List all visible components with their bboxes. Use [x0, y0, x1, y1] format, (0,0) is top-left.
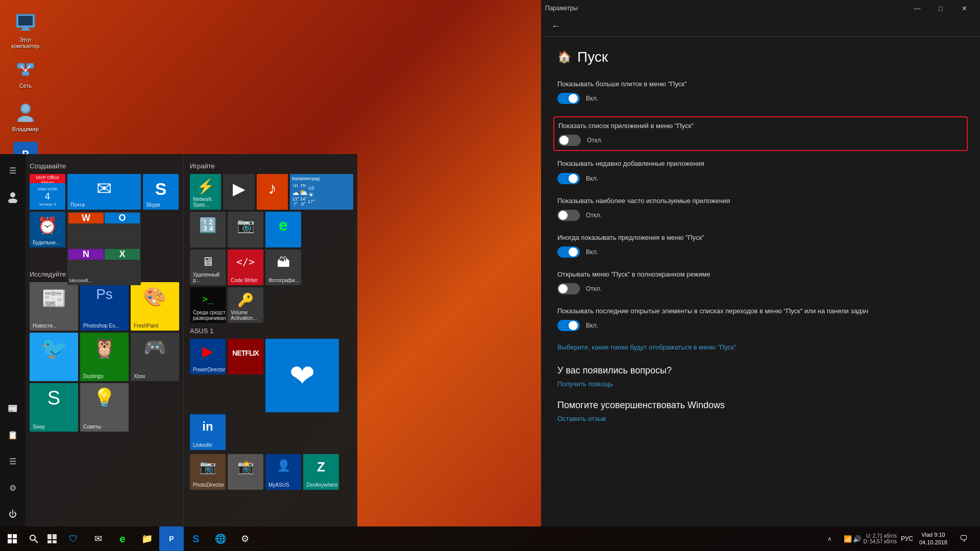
start-menu-left-sidebar: ☰ 📰 📋 ☰ ⚙ ⏻ — [0, 154, 26, 527]
tile-xbox[interactable]: 🎮 Xbox — [131, 333, 179, 381]
tile-cyberlink[interactable]: 📸 — [228, 454, 263, 490]
volume-tray-icon[interactable]: 🔊 — [853, 535, 861, 543]
tile-msoffice-label: Microsoft... — [69, 278, 92, 283]
start-button[interactable] — [0, 527, 24, 551]
clock-time: Vlad 9:10 — [919, 531, 947, 539]
notification-center-button[interactable]: 🗨 — [951, 527, 976, 551]
tile-mail-label: Почта — [70, 202, 85, 208]
asus-row-1: ▶ PowerDirector NETFLIX ❤ — [190, 339, 353, 412]
tile-netflix[interactable]: NETFLIX — [228, 339, 263, 374]
asus-section: ASUS 1 ▶ PowerDirector NETFLIX ❤ — [190, 327, 353, 490]
tile-tips-label: Советы — [83, 424, 101, 430]
explore-row-2: 🐦 🦉 Duolingo 🎮 Xbox — [30, 333, 183, 381]
play-section: Играйте ⚡ Network Spee... ▶ ♪ Кали — [184, 154, 357, 527]
tile-twitter[interactable]: 🐦 — [30, 333, 78, 381]
tile-skype[interactable]: S Skype — [143, 174, 179, 210]
maximize-button[interactable]: □ — [929, 0, 952, 16]
tile-powerdirector[interactable]: ▶ PowerDirector — [190, 339, 226, 374]
taskbar-ptouch[interactable]: P — [159, 527, 184, 551]
tile-photodirector[interactable]: 📷 PhotoDirector — [190, 454, 226, 490]
news-sidebar-icon[interactable]: 📰 — [1, 396, 25, 420]
notification-arrow[interactable]: ∧ — [817, 527, 842, 551]
language-indicator[interactable]: РУС — [899, 535, 915, 542]
tile-sway[interactable]: S Sway — [30, 383, 78, 432]
settings-sidebar-icon[interactable]: ⚙ — [1, 475, 25, 500]
toggle-fullscreen[interactable] — [557, 283, 580, 294]
setting-recent-items-row: Вкл. — [557, 320, 964, 331]
taskbar-clock[interactable]: Vlad 9:10 04.10.2018 — [915, 531, 951, 547]
list-sidebar-icon[interactable]: ☰ — [1, 449, 25, 473]
tile-codewriter[interactable]: </> Code Writer — [228, 249, 263, 285]
user-account-icon[interactable] — [1, 185, 25, 209]
back-button[interactable]: ← — [547, 19, 565, 34]
tile-alarm[interactable]: ⏰ Будильни... — [30, 212, 65, 247]
docs-sidebar-icon[interactable]: 📋 — [1, 422, 25, 447]
toggle-recent-items[interactable] — [557, 320, 580, 331]
svg-rect-6 — [22, 71, 29, 76]
setting-most-used-row: Откл. — [557, 210, 964, 221]
tile-remote[interactable]: 🖥 Удаленный р... — [190, 249, 226, 285]
tile-tips[interactable]: 💡 Советы — [80, 383, 129, 432]
settings-window-title: Параметры — [545, 5, 578, 12]
task-view-button[interactable] — [43, 527, 61, 551]
tile-freshpaint[interactable]: 🎨 FreshPaint — [131, 282, 179, 331]
choose-folders-link[interactable]: Выберите, какие папки будут отображаться… — [557, 343, 964, 351]
tile-video[interactable]: ▶ — [223, 174, 254, 210]
tile-calendar[interactable]: MVP Office Hours Vlad 13:00 4 четверг 4 — [30, 174, 65, 210]
feedback-link[interactable]: Оставить отзыв — [557, 415, 964, 422]
tile-netspeed[interactable]: ⚡ Network Spee... — [190, 174, 221, 210]
settings-title-text: Пуск — [577, 49, 608, 65]
hamburger-icon[interactable]: ☰ — [1, 158, 25, 183]
tile-duolingo[interactable]: 🦉 Duolingo — [80, 333, 129, 381]
tile-volactivation[interactable]: 🔑 Volume Activation... — [228, 287, 263, 323]
taskbar-edge[interactable]: e — [110, 527, 135, 551]
close-button[interactable]: ✕ — [952, 0, 976, 16]
taskbar-explorer[interactable]: 📁 — [135, 527, 159, 551]
asus-row-3: 📷 PhotoDirector 📸 👤 MyASUS Z ZenAny — [190, 454, 353, 490]
toggle-suggestions[interactable] — [557, 246, 580, 258]
tile-edge-play[interactable]: e — [265, 212, 301, 247]
toggle-recently-added[interactable] — [557, 173, 580, 184]
start-menu: ☰ 📰 📋 ☰ ⚙ ⏻ Исследуйте 📰 Но — [0, 154, 357, 527]
tile-photoshop[interactable]: Ps Photoshop Ex... — [80, 282, 129, 331]
svg-point-12 — [22, 105, 29, 112]
tile-cmd[interactable]: >_ Среда средств разворачивания... — [190, 287, 226, 323]
tile-weather[interactable]: Калининград Чт☁13°7° Пт⛅14°8° Сб☀17° — [290, 174, 353, 210]
minimize-button[interactable]: — — [905, 0, 929, 16]
tile-news[interactable]: 📰 Новости... — [30, 282, 78, 331]
tile-myasus[interactable]: 👤 MyASUS — [265, 454, 301, 490]
taskbar-settings[interactable]: ⚙ — [233, 527, 257, 551]
taskbar-kaspersky[interactable]: 🛡 — [61, 527, 86, 551]
svg-point-20 — [30, 535, 35, 540]
start-menu-main: Исследуйте 📰 Новости... Ps Photoshop Ex.… — [26, 154, 357, 527]
tile-msoffice[interactable]: W O N X Microsoft... — [67, 212, 141, 285]
tile-linkedin[interactable]: in LinkedIn — [190, 414, 226, 450]
svg-line-21 — [35, 540, 38, 543]
search-button[interactable] — [24, 527, 43, 551]
create-row-1: MVP Office Hours Vlad 13:00 4 четверг 4 … — [30, 174, 180, 210]
tile-zenanywhere[interactable]: Z ZenAnywhere — [303, 454, 339, 490]
tile-calc[interactable]: 🔢 — [190, 212, 226, 247]
svg-rect-23 — [53, 534, 57, 539]
tile-music[interactable]: ♪ — [257, 174, 288, 210]
toggle-show-more-tiles[interactable] — [557, 93, 580, 104]
desktop-icon-user[interactable]: Владимир — [5, 99, 46, 132]
tile-myasus-care[interactable]: ❤ — [265, 339, 339, 412]
tile-mail[interactable]: ✉ Почта — [67, 174, 141, 210]
taskbar-skype[interactable]: S — [184, 527, 208, 551]
taskbar-chrome[interactable]: 🌐 — [208, 527, 233, 551]
tile-camera[interactable]: 📷 — [228, 212, 263, 247]
get-help-link[interactable]: Получить помощь — [557, 380, 964, 388]
network-tray-icon[interactable]: 📶 — [844, 535, 852, 543]
desktop-icon-this-pc[interactable]: Этот компьютер — [5, 10, 46, 49]
setting-show-suggestions: Иногда показывать предложения в меню "Пу… — [557, 233, 964, 258]
taskbar-outlook[interactable]: ✉ — [86, 527, 110, 551]
desktop: Этот компьютер Сеть Владимир — [0, 0, 980, 551]
toggle-show-app-list[interactable] — [558, 135, 581, 146]
tile-codewriter-label: Code Writer — [231, 278, 258, 283]
desktop-icon-network[interactable]: Сеть — [5, 56, 46, 89]
network-speed: U: 2,71 кбіт/s D: 54,57 кбіт/s — [863, 533, 898, 544]
tile-photos[interactable]: 🏔 Фотографи... — [265, 249, 301, 285]
power-sidebar-icon[interactable]: ⏻ — [1, 502, 25, 527]
toggle-most-used[interactable] — [557, 210, 580, 221]
